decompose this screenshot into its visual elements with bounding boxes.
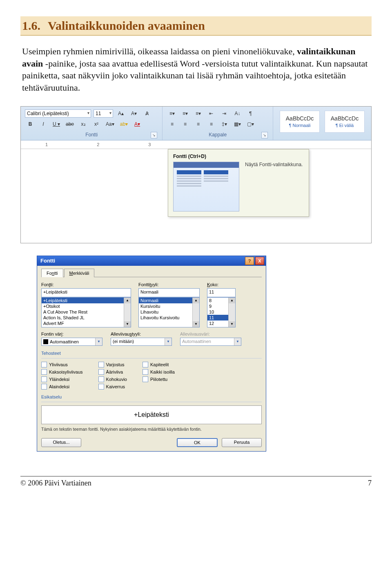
list-item[interactable]: +Leipäteksti	[42, 298, 131, 303]
ok-button[interactable]: OK	[177, 438, 218, 447]
superscript-icon[interactable]: x²	[91, 120, 102, 129]
style-input[interactable]: Normaali	[138, 288, 200, 297]
close-button-icon[interactable]: X	[255, 257, 264, 265]
ribbon-screenshot: Calibri (Leipäteksti) 11 A▴ A▾ A̷ B I U …	[20, 106, 372, 243]
chevron-down-icon: ▼	[165, 338, 172, 345]
ribbon: Calibri (Leipäteksti) 11 A▴ A▾ A̷ B I U …	[21, 107, 371, 140]
label-underline-color: Alleviivausväri:	[180, 332, 241, 336]
showmarks-icon[interactable]: ¶	[245, 109, 256, 118]
change-case-icon[interactable]: Aa▾	[104, 120, 116, 129]
increase-indent-icon[interactable]: ⇥	[219, 109, 229, 118]
tab-font[interactable]: Fontti	[41, 269, 63, 277]
effect-checkbox[interactable]: Piilotettu	[143, 376, 175, 382]
group-label-paragraph: Kappale	[209, 132, 227, 138]
underline-icon[interactable]: U ▾	[51, 120, 62, 129]
font-color-icon[interactable]: A▾	[132, 120, 143, 129]
align-right-icon[interactable]: ≡	[193, 120, 203, 129]
tooltip-description: Näytä Fontti-valintaikkuna.	[245, 162, 303, 167]
para-part2: -painike, josta saa avattua edellisestä …	[22, 58, 368, 93]
checkbox-icon	[41, 369, 47, 375]
tooltip: Fontti (Ctrl+D)	[168, 149, 309, 217]
list-item[interactable]: Action Is, Shaded JL	[42, 315, 131, 320]
clear-format-icon[interactable]: A̷	[142, 109, 152, 118]
font-size-combo[interactable]: 11	[94, 109, 113, 118]
ruler-mark: 1	[45, 142, 48, 147]
list-item[interactable]: Lihavoitu Kursivoitu	[139, 315, 199, 320]
checkbox-icon	[98, 384, 104, 389]
ribbon-group-font: Calibri (Leipäteksti) 11 A▴ A▾ A̷ B I U …	[21, 107, 163, 140]
justify-icon[interactable]: ≡	[206, 120, 216, 129]
default-button[interactable]: Oletus...	[41, 438, 81, 447]
tooltip-preview-image	[173, 162, 239, 211]
shading-icon[interactable]: ▦▾	[232, 120, 243, 129]
size-input[interactable]: 11	[207, 288, 236, 297]
chevron-down-icon: ▼	[234, 338, 241, 345]
font-input[interactable]: +Leipäteksti	[41, 288, 131, 297]
grow-font-icon[interactable]: A▴	[116, 109, 126, 118]
label-font: Fontti:	[41, 282, 131, 287]
italic-icon[interactable]: I	[38, 120, 49, 129]
effect-checkbox[interactable]: Kaikki isoilla	[143, 369, 175, 375]
scrollbar[interactable]: ▲▼	[192, 298, 199, 327]
style-sample: AaBbCcDc	[286, 115, 314, 122]
style-name: ¶ Ei väliä	[336, 123, 354, 128]
numbering-icon[interactable]: ≡▾	[180, 109, 190, 118]
multilevel-icon[interactable]: ≡▾	[193, 109, 203, 118]
effect-checkbox[interactable]: Varjostus	[98, 362, 127, 367]
dialog-title: Fontti	[40, 258, 55, 264]
list-item[interactable]: Kursivoitu	[139, 303, 199, 309]
checkbox-icon	[143, 362, 148, 367]
ruler-mark: 3	[148, 142, 151, 147]
cancel-button[interactable]: Peruuta	[222, 438, 262, 447]
list-item[interactable]: Normaali	[139, 298, 199, 303]
preview-note: Tämä on tekstin teeman fontti. Nykyinen …	[41, 427, 262, 432]
font-listbox[interactable]: +Leipäteksti +Otsikot A Cut Above The Re…	[41, 297, 131, 327]
checkbox-icon	[41, 384, 47, 389]
list-item[interactable]: +Otsikot	[42, 303, 131, 309]
tab-spacing[interactable]: Merkkiväli	[64, 269, 95, 277]
effect-checkbox[interactable]: Alaindeksi	[41, 384, 83, 389]
document-area: Fontti (Ctrl+D)	[21, 149, 371, 243]
scrollbar[interactable]: ▲▼	[228, 298, 235, 327]
effect-checkbox[interactable]: Ääriviiva	[98, 369, 127, 375]
underline-style-combo[interactable]: (ei mitään) ▼	[111, 338, 172, 346]
effect-checkbox[interactable]: Kaksoisyliviivaus	[41, 369, 83, 375]
strike-icon[interactable]: abe	[64, 120, 76, 129]
align-center-icon[interactable]: ≡	[180, 120, 190, 129]
effect-checkbox[interactable]: Kaiverrus	[98, 384, 127, 389]
ribbon-group-paragraph: ≡▾ ≡▾ ≡▾ ⇤ ⇥ A↓ ¶ ≡ ≡ ≡ ≡ ‡▾ ▦▾ ▢▾ Kappa…	[163, 107, 273, 140]
section-heading: 1.6. Valintaikkunoiden avaaminen	[20, 16, 372, 36]
borders-icon[interactable]: ▢▾	[245, 120, 256, 129]
style-listbox[interactable]: Normaali Kursivoitu Lihavoitu Lihavoitu …	[138, 297, 200, 327]
bold-icon[interactable]: B	[25, 120, 36, 129]
style-nospacing[interactable]: AaBbCcDc ¶ Ei väliä	[325, 111, 365, 133]
scrollbar[interactable]: ▲▼	[124, 298, 131, 327]
checkbox-icon	[143, 376, 148, 382]
effect-checkbox[interactable]: Yläindeksi	[41, 376, 83, 382]
line-spacing-icon[interactable]: ‡▾	[219, 120, 229, 129]
effect-checkbox[interactable]: Kohokuvio	[98, 376, 127, 382]
checkbox-icon	[41, 376, 47, 382]
help-button-icon[interactable]: ?	[245, 257, 254, 265]
font-dialog-launcher-icon[interactable]	[151, 132, 157, 138]
list-item[interactable]: A Cut Above The Rest	[42, 309, 131, 315]
bullets-icon[interactable]: ≡▾	[167, 109, 177, 118]
paragraph-dialog-launcher-icon[interactable]	[261, 132, 268, 138]
subscript-icon[interactable]: x₂	[78, 120, 89, 129]
font-name-combo[interactable]: Calibri (Leipäteksti)	[25, 109, 91, 118]
shrink-font-icon[interactable]: A▾	[129, 109, 139, 118]
ruler: 1 2 3	[21, 140, 371, 149]
size-listbox[interactable]: 8 9 10 11 12 ▲▼	[207, 297, 236, 327]
effect-checkbox[interactable]: Kapiteelit	[143, 362, 175, 367]
decrease-indent-icon[interactable]: ⇤	[206, 109, 216, 118]
highlight-icon[interactable]: ab▾	[118, 120, 129, 129]
list-item[interactable]: Advert MF	[42, 320, 131, 326]
style-normal[interactable]: AaBbCcDc ¶ Normaali	[280, 111, 320, 133]
sort-icon[interactable]: A↓	[232, 109, 243, 118]
align-left-icon[interactable]: ≡	[167, 120, 177, 129]
label-size: Koko:	[207, 282, 236, 287]
list-item[interactable]: Lihavoitu	[139, 309, 199, 315]
effect-checkbox[interactable]: Yliviivaus	[41, 362, 83, 367]
font-color-combo[interactable]: Automaattinen ▼	[41, 338, 102, 346]
ribbon-group-styles: AaBbCcDc ¶ Normaali AaBbCcDc ¶ Ei väliä	[273, 107, 371, 140]
